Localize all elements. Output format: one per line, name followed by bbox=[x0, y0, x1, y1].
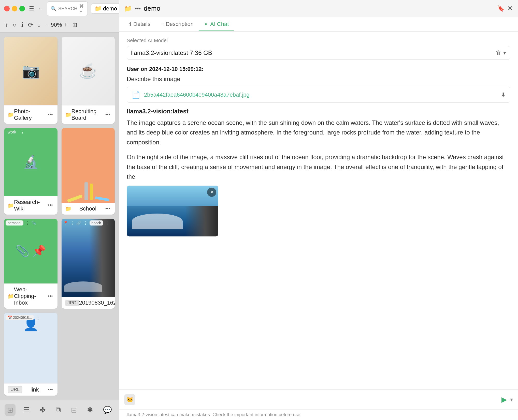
bottom-bar: ⊞ ☰ ✤ ⧉ ⊟ ✱ 💬 bbox=[0, 400, 119, 420]
file-download-button[interactable]: ⬇ bbox=[501, 92, 506, 98]
card-link[interactable]: 👤 📅 20240918... ⋮ URL link ••• bbox=[4, 313, 57, 396]
hamburger-button[interactable]: ☰ bbox=[28, 4, 35, 13]
folder-icon-research: 📁 bbox=[8, 202, 14, 208]
card-menu-recruiting[interactable]: ••• bbox=[104, 111, 111, 118]
personal-chip: personal bbox=[6, 220, 23, 226]
tab-description[interactable]: ≡ Description bbox=[155, 18, 199, 31]
send-options-button[interactable]: ▾ bbox=[510, 396, 513, 403]
description-icon: ≡ bbox=[161, 21, 164, 27]
ai-model-name: llama3.2-vision:latest bbox=[127, 108, 510, 115]
research-tag-menu[interactable]: ⋮ bbox=[19, 129, 25, 135]
info-button[interactable]: ℹ bbox=[21, 21, 23, 28]
card-photo-gallery[interactable]: 📷 📁 Photo-Gallery ••• bbox=[4, 37, 57, 124]
download-button[interactable]: ↓ bbox=[38, 21, 41, 28]
folder-icon-photo: 📁 bbox=[8, 112, 14, 118]
layout-button[interactable]: ⊞ bbox=[72, 21, 77, 28]
card-footer-beach: JPG 20190830_162825 ••• bbox=[62, 297, 115, 309]
tab-details-label: Details bbox=[133, 21, 150, 27]
cards-grid: 📷 📁 Photo-Gallery ••• ☕ 📁 Recruiting Boa… bbox=[0, 33, 119, 400]
file-icon: 📄 bbox=[132, 91, 140, 99]
chat-input[interactable] bbox=[138, 396, 498, 403]
card-title-research: Research-Wiki bbox=[14, 199, 47, 212]
zoom-control: − 90% + bbox=[45, 21, 68, 28]
fullscreen-traffic-light[interactable] bbox=[19, 6, 25, 11]
link-tag-menu[interactable]: ⋮ bbox=[35, 314, 41, 321]
close-traffic-light[interactable] bbox=[4, 6, 10, 11]
chat-button[interactable]: 💬 bbox=[100, 404, 114, 416]
close-button[interactable]: ✕ bbox=[507, 5, 513, 12]
card-beach-photo[interactable]: 📍 ⋮ 🔗 ⋮ beach ⋮ JPG 20190830_162825 ••• bbox=[62, 219, 115, 309]
tab-description-label: Description bbox=[166, 21, 194, 27]
card-thumb-photo-gallery: 📷 bbox=[4, 37, 57, 105]
list-view-button[interactable]: ☰ bbox=[21, 404, 32, 416]
demo-tag[interactable]: 📁 demo bbox=[91, 4, 121, 14]
zoom-in-button[interactable]: + bbox=[64, 21, 68, 28]
beach-tag-row: 📍 ⋮ 🔗 ⋮ beach ⋮ bbox=[63, 220, 110, 226]
model-selector[interactable]: llama3.2-vision:latest 7.36 GB 🗑 ▾ bbox=[127, 46, 510, 60]
chat-input-bar: 🐱 ▶ ▾ bbox=[119, 389, 518, 409]
card-menu-research[interactable]: ••• bbox=[47, 202, 54, 208]
folder-options-button[interactable]: ••• bbox=[135, 5, 141, 12]
grid-view-button[interactable]: ⊞ bbox=[5, 404, 16, 416]
webclip-tag-menu[interactable]: ⋮ bbox=[24, 220, 31, 226]
card-title-beach: 20190830_162825 bbox=[79, 299, 115, 306]
folder-icon-recruiting: 📁 bbox=[65, 112, 71, 118]
model-label: Selected AI Model bbox=[127, 38, 510, 43]
link-tag-row: 📅 20240918... ⋮ bbox=[6, 314, 41, 321]
research-tag-row: work ⋮ bbox=[6, 129, 25, 135]
card-title-link: link bbox=[31, 386, 39, 393]
card-thumb-link: 👤 📅 20240918... ⋮ bbox=[4, 313, 57, 383]
minimize-traffic-light[interactable] bbox=[12, 6, 17, 11]
card-title-photo-gallery: Photo-Gallery bbox=[14, 108, 47, 121]
card-title-recruiting: Recruiting Board bbox=[71, 108, 105, 121]
search-bar[interactable]: 🔍 SEARCH ⌘ F bbox=[47, 2, 88, 16]
left-panel: ☰ ← 🔍 SEARCH ⌘ F 📁 demo ••• ↑ ○ ℹ ⟳ ↓ − … bbox=[0, 0, 119, 420]
back-button[interactable]: ← bbox=[38, 5, 44, 12]
kanban-button[interactable]: ⊟ bbox=[68, 404, 79, 416]
card-menu-webclip[interactable]: ••• bbox=[47, 293, 54, 299]
card-footer-recruiting: 📁 Recruiting Board ••• bbox=[62, 105, 115, 124]
card-footer-research: 📁 Research-Wiki ••• bbox=[4, 196, 57, 215]
chat-image bbox=[127, 186, 218, 236]
card-webclip[interactable]: 📎 📌 personal ⋮ 📎 📁 Web-Clipping-Inbox ••… bbox=[4, 219, 57, 309]
beach-tag-btn3[interactable]: ⋮ bbox=[104, 220, 110, 226]
tab-ai-chat[interactable]: ✦ AI Chat bbox=[199, 18, 234, 31]
folder-icon-school: 📁 bbox=[65, 206, 71, 212]
beach-tag-btn2[interactable]: ⋮ bbox=[82, 220, 89, 226]
card-thumb-research: 🔬 work ⋮ bbox=[4, 128, 57, 196]
card-footer-photo-gallery: 📁 Photo-Gallery ••• bbox=[4, 105, 57, 124]
mind-map-button[interactable]: ✱ bbox=[84, 404, 95, 416]
traffic-lights bbox=[4, 6, 25, 11]
shutter-button[interactable]: ✤ bbox=[37, 404, 48, 416]
right-titlebar: 📁 ••• demo 🔖 ✕ bbox=[119, 0, 518, 17]
ai-response: llama3.2-vision:latest The image capture… bbox=[127, 108, 510, 238]
card-thumb-recruiting: ☕ bbox=[62, 37, 115, 105]
card-school[interactable]: 📁 School ••• bbox=[62, 128, 115, 215]
beach-chip: beach bbox=[90, 220, 103, 226]
refresh-button[interactable]: ⟳ bbox=[28, 21, 33, 28]
tab-details[interactable]: ℹ Details bbox=[124, 18, 155, 31]
card-menu-photo-gallery[interactable]: ••• bbox=[47, 111, 54, 118]
zoom-out-button[interactable]: − bbox=[45, 21, 49, 28]
circle-button[interactable]: ○ bbox=[13, 21, 17, 28]
upload-button[interactable]: ↑ bbox=[5, 21, 8, 28]
file-attachment[interactable]: 📄 2b5a442faea64600b4e9400a48a7ebaf.jpg ⬇ bbox=[127, 87, 510, 103]
bookmark-button[interactable]: 🔖 bbox=[497, 5, 504, 12]
card-menu-link[interactable]: ••• bbox=[47, 386, 54, 393]
user-message: User on 2024-12-10 15:09:12: Describe th… bbox=[127, 66, 510, 103]
zoom-level: 90% bbox=[51, 22, 62, 28]
map-button[interactable]: ⧉ bbox=[53, 404, 63, 416]
card-research-wiki[interactable]: 🔬 work ⋮ 📁 Research-Wiki ••• bbox=[4, 128, 57, 215]
beach-tag-btn1[interactable]: ⋮ bbox=[69, 220, 75, 226]
send-button[interactable]: ▶ bbox=[501, 395, 507, 404]
card-thumb-school bbox=[62, 128, 115, 203]
model-trash-button[interactable]: 🗑 bbox=[494, 50, 503, 56]
details-icon: ℹ bbox=[129, 21, 131, 27]
card-recruiting-board[interactable]: ☕ 📁 Recruiting Board ••• bbox=[62, 37, 115, 124]
search-label: SEARCH bbox=[58, 6, 77, 11]
card-menu-school[interactable]: ••• bbox=[104, 205, 111, 212]
model-arrow-button[interactable]: ▾ bbox=[503, 50, 506, 56]
card-title-webclip: Web-Clipping-Inbox bbox=[14, 286, 47, 306]
right-tabs: ℹ Details ≡ Description ✦ AI Chat bbox=[119, 17, 518, 32]
disclaimer: llama3.2-vision:latest can make mistakes… bbox=[119, 409, 518, 420]
